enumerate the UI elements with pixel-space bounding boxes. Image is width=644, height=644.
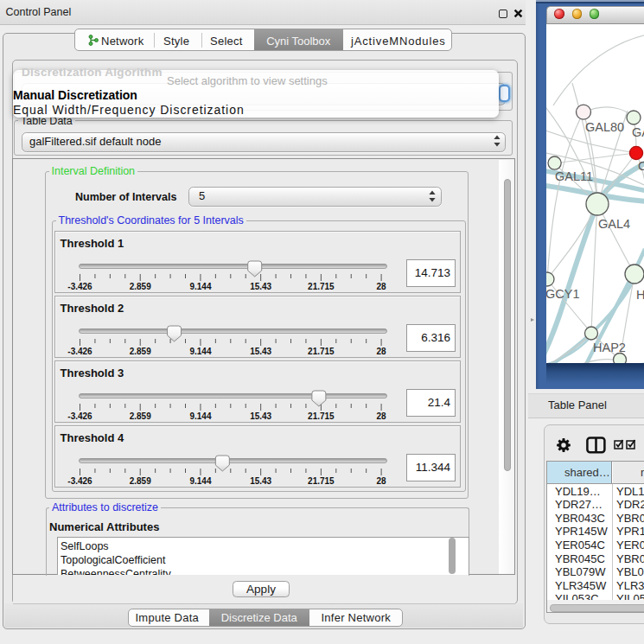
svg-text:28: 28 xyxy=(376,347,386,356)
svg-text:15.43: 15.43 xyxy=(250,282,271,291)
svg-text:9.144: 9.144 xyxy=(189,347,211,356)
svg-text:9.144: 9.144 xyxy=(189,411,211,421)
svg-text:21.715: 21.715 xyxy=(308,347,335,356)
svg-text:-3.426: -3.426 xyxy=(67,411,92,421)
svg-text:GAL11: GAL11 xyxy=(555,169,593,183)
svg-text:15.43: 15.43 xyxy=(250,476,271,486)
svg-text:-3.426: -3.426 xyxy=(67,347,92,356)
svg-text:9.144: 9.144 xyxy=(189,476,211,486)
svg-text:2.859: 2.859 xyxy=(129,282,150,291)
svg-text:15.43: 15.43 xyxy=(250,411,271,421)
svg-text:21.715: 21.715 xyxy=(308,411,335,421)
svg-text:HAP4: HAP4 xyxy=(636,288,644,302)
svg-text:28: 28 xyxy=(376,411,386,421)
svg-text:CYC8: CYC8 xyxy=(638,159,644,173)
svg-text:GAL4: GAL4 xyxy=(598,217,630,231)
svg-text:GAL1: GAL1 xyxy=(632,125,644,139)
svg-text:2.859: 2.859 xyxy=(129,347,150,356)
svg-text:15.43: 15.43 xyxy=(250,347,271,356)
svg-text:21.715: 21.715 xyxy=(308,476,335,486)
svg-text:-3.426: -3.426 xyxy=(67,282,92,291)
svg-text:GCY1: GCY1 xyxy=(546,287,580,301)
svg-text:2.859: 2.859 xyxy=(129,476,150,486)
svg-text:21.715: 21.715 xyxy=(308,282,335,291)
svg-text:9.144: 9.144 xyxy=(189,282,211,291)
svg-text:GAL80: GAL80 xyxy=(585,120,624,134)
svg-text:HAP2: HAP2 xyxy=(593,341,626,354)
svg-text:28: 28 xyxy=(376,282,386,291)
svg-text:2.859: 2.859 xyxy=(129,411,150,421)
svg-text:28: 28 xyxy=(376,476,386,486)
svg-text:-3.426: -3.426 xyxy=(67,476,92,486)
